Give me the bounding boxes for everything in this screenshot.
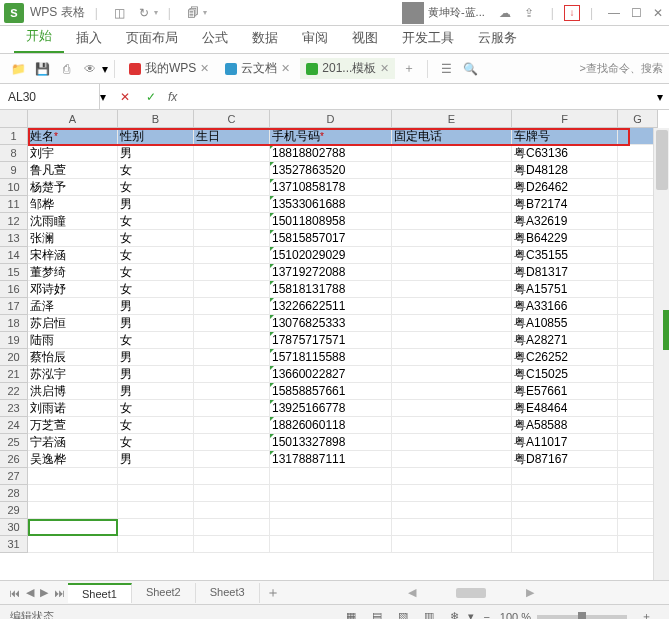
vertical-scrollbar[interactable]: [653, 128, 669, 580]
fx-label[interactable]: fx: [168, 90, 177, 104]
cell[interactable]: [512, 519, 618, 536]
cell[interactable]: [270, 519, 392, 536]
cell[interactable]: 女: [118, 400, 194, 417]
search-hint[interactable]: >查找命令、搜索: [580, 61, 663, 76]
cell[interactable]: 粤A28271: [512, 332, 618, 349]
cell[interactable]: [194, 451, 270, 468]
cell[interactable]: [194, 281, 270, 298]
cell[interactable]: [392, 179, 512, 196]
cell[interactable]: [194, 468, 270, 485]
cell[interactable]: [618, 315, 658, 332]
cell[interactable]: 董梦绮: [28, 264, 118, 281]
cell[interactable]: 粤A58588: [512, 417, 618, 434]
cell[interactable]: [194, 264, 270, 281]
cell[interactable]: 吴逸桦: [28, 451, 118, 468]
cell[interactable]: [618, 366, 658, 383]
cell[interactable]: 粤A33166: [512, 298, 618, 315]
cell[interactable]: 女: [118, 213, 194, 230]
col-header-E[interactable]: E: [392, 110, 512, 128]
horizontal-scrollbar[interactable]: ◀▶: [280, 586, 663, 599]
row-header-25[interactable]: 25: [0, 434, 28, 451]
cell[interactable]: [512, 485, 618, 502]
cell[interactable]: [618, 502, 658, 519]
cell[interactable]: [618, 264, 658, 281]
cell[interactable]: [392, 298, 512, 315]
row-header-24[interactable]: 24: [0, 417, 28, 434]
cell[interactable]: 粤C63136: [512, 145, 618, 162]
cell[interactable]: 13710858178: [270, 179, 392, 196]
cell[interactable]: [618, 400, 658, 417]
cell[interactable]: 男: [118, 383, 194, 400]
cell[interactable]: [392, 162, 512, 179]
cell[interactable]: 女: [118, 230, 194, 247]
special-btn[interactable]: ↓: [564, 5, 580, 21]
ribbon-tab-2[interactable]: 页面布局: [114, 23, 190, 53]
row-header-23[interactable]: 23: [0, 400, 28, 417]
user-name[interactable]: 黄坤玲-蓝...: [428, 5, 485, 20]
cell[interactable]: [28, 468, 118, 485]
cell[interactable]: [194, 536, 270, 553]
cell[interactable]: [194, 196, 270, 213]
cell[interactable]: [618, 298, 658, 315]
ribbon-tab-4[interactable]: 数据: [240, 23, 290, 53]
cell[interactable]: [28, 536, 118, 553]
side-flag[interactable]: [663, 310, 669, 350]
cell[interactable]: 刘雨诺: [28, 400, 118, 417]
sheet-nav-prev[interactable]: ◀: [26, 586, 34, 599]
col-header-F[interactable]: F: [512, 110, 618, 128]
cell[interactable]: [512, 502, 618, 519]
cell[interactable]: 15102029029: [270, 247, 392, 264]
cell[interactable]: [618, 383, 658, 400]
cell[interactable]: 粤E57661: [512, 383, 618, 400]
cell[interactable]: [392, 451, 512, 468]
cell[interactable]: 粤E48464: [512, 400, 618, 417]
cell[interactable]: 苏启恒: [28, 315, 118, 332]
row-header-10[interactable]: 10: [0, 179, 28, 196]
cell[interactable]: [118, 502, 194, 519]
cell[interactable]: 邹桦: [28, 196, 118, 213]
cell[interactable]: [392, 502, 512, 519]
cell[interactable]: 13178887111: [270, 451, 392, 468]
cell[interactable]: 15858857661: [270, 383, 392, 400]
cell[interactable]: 男: [118, 298, 194, 315]
cell[interactable]: [194, 383, 270, 400]
cell[interactable]: 粤C26252: [512, 349, 618, 366]
cell[interactable]: 13226622511: [270, 298, 392, 315]
user-avatar[interactable]: [402, 2, 424, 24]
cell[interactable]: [392, 281, 512, 298]
cell[interactable]: [392, 485, 512, 502]
formula-input[interactable]: [181, 84, 657, 109]
zoom-slider[interactable]: [537, 615, 627, 619]
cell[interactable]: 杨楚予: [28, 179, 118, 196]
cell[interactable]: [392, 213, 512, 230]
cell[interactable]: 宁若涵: [28, 434, 118, 451]
row-header-29[interactable]: 29: [0, 502, 28, 519]
cell[interactable]: [194, 502, 270, 519]
cell[interactable]: [512, 468, 618, 485]
cell[interactable]: 13660022827: [270, 366, 392, 383]
view-page-icon[interactable]: ▤: [366, 608, 388, 620]
cell[interactable]: 粤D48128: [512, 162, 618, 179]
doc-tab-0[interactable]: 我的WPS✕: [123, 58, 215, 79]
cell[interactable]: 粤B72174: [512, 196, 618, 213]
save-icon[interactable]: 💾: [32, 59, 52, 79]
open-icon[interactable]: 📁: [8, 59, 28, 79]
doc-tab-2[interactable]: 201...模板✕: [300, 58, 395, 79]
sheet-tab-0[interactable]: Sheet1: [68, 583, 132, 603]
cell[interactable]: 女: [118, 264, 194, 281]
row-header-22[interactable]: 22: [0, 383, 28, 400]
cloud-icon[interactable]: ☁: [496, 4, 514, 22]
cell[interactable]: [118, 468, 194, 485]
cell[interactable]: 女: [118, 417, 194, 434]
preview-icon[interactable]: 👁: [80, 59, 100, 79]
sheet-tab-1[interactable]: Sheet2: [132, 583, 196, 603]
cell[interactable]: 粤D26462: [512, 179, 618, 196]
cell[interactable]: 男: [118, 196, 194, 213]
cell[interactable]: [194, 247, 270, 264]
sheet-nav-next[interactable]: ▶: [40, 586, 48, 599]
minimize-btn[interactable]: —: [603, 2, 625, 24]
cell[interactable]: 粤D87167: [512, 451, 618, 468]
cell[interactable]: [270, 536, 392, 553]
row-header-17[interactable]: 17: [0, 298, 28, 315]
print-icon[interactable]: ⎙: [56, 59, 76, 79]
